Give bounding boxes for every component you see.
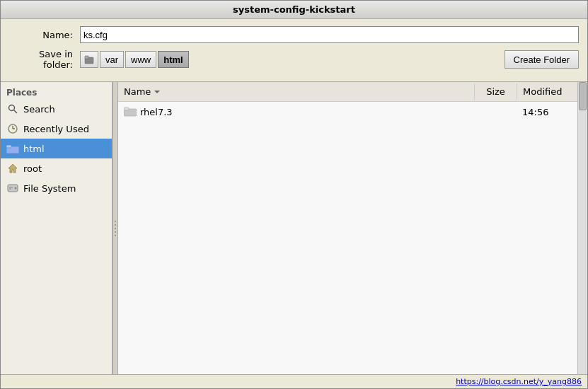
sidebar-search-label: Search	[23, 104, 55, 115]
status-link[interactable]: https://blog.csdn.net/y_yang886	[456, 377, 582, 386]
breadcrumb-area: var www html	[80, 51, 189, 68]
title-bar: system-config-kickstart	[1, 1, 587, 19]
sidebar-item-root[interactable]: root	[1, 158, 112, 178]
status-bar: https://blog.csdn.net/y_yang886	[1, 374, 587, 388]
content-area: Name Size Modified	[118, 82, 587, 374]
create-folder-button[interactable]: Create Folder	[505, 50, 579, 69]
file-size-cell	[474, 111, 517, 114]
name-row: Name:	[9, 26, 579, 43]
file-name-cell: rhel7.3	[118, 104, 474, 120]
sidebar-recently-used-label: Recently Used	[23, 124, 89, 134]
col-size-header[interactable]: Size	[474, 83, 517, 100]
column-headers: Name Size Modified	[118, 82, 587, 102]
name-label: Name:	[9, 30, 80, 40]
html-breadcrumb-btn[interactable]: html	[158, 51, 188, 68]
sidebar-root-label: root	[23, 163, 42, 174]
file-name: rhel7.3	[140, 107, 173, 117]
svg-point-2	[9, 105, 15, 111]
file-modified-cell: 14:56	[517, 105, 587, 119]
form-area: Name: Save in folder: var www html Creat…	[1, 19, 587, 81]
home-icon	[6, 162, 19, 175]
save-in-folder-row: Save in folder: var www html Create Fold…	[9, 49, 579, 70]
table-row[interactable]: rhel7.3 14:56	[118, 102, 587, 122]
home-breadcrumb-btn[interactable]	[80, 51, 98, 68]
main-area: Places Search	[1, 81, 587, 374]
sort-icon	[154, 88, 161, 95]
sidebar-item-recently-used[interactable]: Recently Used	[1, 119, 112, 139]
resize-handle[interactable]	[113, 82, 118, 374]
sidebar-item-search[interactable]: Search	[1, 99, 112, 119]
var-breadcrumb-btn[interactable]: var	[100, 51, 124, 68]
clock-icon	[6, 122, 19, 135]
save-in-folder-label: Save in folder:	[9, 49, 80, 70]
svg-point-11	[15, 187, 17, 190]
folder-icon	[124, 105, 137, 119]
dialog-title: system-config-kickstart	[233, 4, 355, 15]
sidebar-item-file-system[interactable]: File System	[1, 178, 112, 198]
svg-rect-16	[124, 108, 129, 110]
svg-marker-9	[8, 164, 17, 173]
col-name-header[interactable]: Name	[118, 83, 474, 100]
name-input[interactable]	[80, 26, 579, 43]
places-header: Places	[1, 85, 112, 99]
svg-rect-8	[6, 145, 11, 148]
col-modified-header[interactable]: Modified	[517, 83, 587, 100]
sidebar: Places Search	[1, 82, 113, 374]
search-icon	[6, 103, 19, 115]
www-breadcrumb-btn[interactable]: www	[125, 51, 156, 68]
hdd-icon	[6, 182, 19, 194]
svg-line-3	[14, 110, 17, 113]
folder-icon	[6, 142, 19, 155]
resize-dots	[115, 221, 116, 236]
scrollbar-thumb[interactable]	[579, 82, 587, 110]
scrollbar-track[interactable]	[577, 82, 587, 374]
svg-marker-14	[154, 91, 160, 93]
file-list: rhel7.3 14:56	[118, 102, 587, 374]
sidebar-item-html[interactable]: html	[1, 139, 112, 158]
sidebar-html-label: html	[23, 144, 45, 154]
sidebar-file-system-label: File System	[23, 183, 76, 194]
svg-rect-1	[85, 56, 88, 59]
